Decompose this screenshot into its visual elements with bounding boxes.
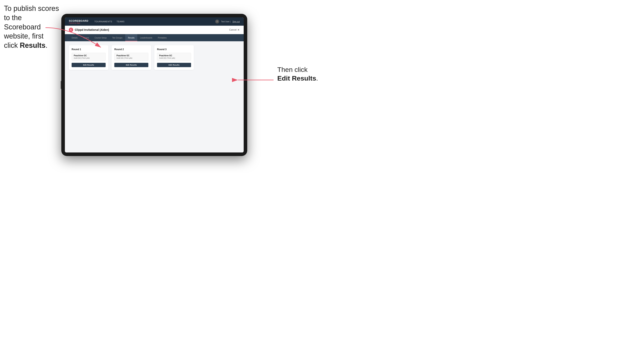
main-content: Round 1 Peachtree GC Gold (M) (7010 yds)… [65,41,244,153]
user-avatar: T [215,19,219,23]
tab-results[interactable]: Results [125,34,137,41]
logo: SCOREBOARD Powered by clippd [69,19,88,24]
tab-tee-groups[interactable]: Tee Groups [110,34,125,41]
round-1-course: Peachtree GC Gold (M) (7010 yds) [72,53,106,61]
sign-out-link[interactable]: Sign out [232,20,240,23]
edit-results-round-2[interactable]: Edit Results [114,63,148,67]
tournament-title-area: C Clippd Invitational (Aiden) [69,28,109,32]
rounds-grid: Round 1 Peachtree GC Gold (M) (7010 yds)… [69,45,240,70]
logo-text: SCOREBOARD [69,19,88,22]
tab-leaderboards[interactable]: Leaderboards [137,34,155,41]
edit-results-round-1[interactable]: Edit Results [72,63,106,67]
tab-bar: Details Teams Course Setup Tee Groups Re… [65,34,244,41]
round-3-course-name: Peachtree GC [159,54,189,57]
edit-results-round-3[interactable]: Edit Results [157,63,191,67]
tab-teams[interactable]: Teams [80,34,92,41]
tournament-header: C Clippd Invitational (Aiden) Cancel ✕ [65,26,244,34]
instruction-right: Then click Edit Results. [277,65,318,83]
user-name: Test User | [221,20,230,23]
round-2-course-name: Peachtree GC [116,54,146,57]
instruction-left: To publish scores to the Scoreboard webs… [4,4,59,50]
tablet-side-button [61,81,62,89]
round-2-course-details: Gold (M) (7010 yds) [116,57,146,59]
logo-sub: Powered by clippd [69,22,88,24]
round-1-card: Round 1 Peachtree GC Gold (M) (7010 yds)… [69,45,108,70]
round-3-title: Round 3 [157,48,191,51]
tablet-screen: SCOREBOARD Powered by clippd TOURNAMENTS… [65,17,244,153]
round-1-title: Round 1 [72,48,106,51]
nav-teams[interactable]: TEAMS [116,19,124,23]
round-3-card: Round 3 Peachtree GC Gold (M) (7010 yds)… [154,45,194,70]
tablet-device: SCOREBOARD Powered by clippd TOURNAMENTS… [61,14,247,156]
round-1-course-name: Peachtree GC [74,54,104,57]
cancel-button[interactable]: Cancel ✕ [229,28,240,31]
round-3-course-details: Gold (M) (7010 yds) [159,57,189,59]
round-2-card: Round 2 Peachtree GC Gold (M) (7010 yds)… [112,45,151,70]
tab-details[interactable]: Details [69,34,80,41]
top-navigation: SCOREBOARD Powered by clippd TOURNAMENTS… [65,17,244,26]
nav-right: T Test User | Sign out [215,19,240,23]
tournament-name: Clippd Invitational (Aiden) [75,28,109,31]
tab-printables[interactable]: Printables [155,34,169,41]
nav-tournaments[interactable]: TOURNAMENTS [94,19,112,23]
round-2-course: Peachtree GC Gold (M) (7010 yds) [114,53,148,61]
nav-links: TOURNAMENTS TEAMS [94,19,215,23]
tournament-icon: C [69,28,73,32]
tab-course-setup[interactable]: Course Setup [92,34,110,41]
round-2-title: Round 2 [114,48,148,51]
round-1-course-details: Gold (M) (7010 yds) [74,57,104,59]
close-icon: ✕ [237,28,240,31]
round-3-course: Peachtree GC Gold (M) (7010 yds) [157,53,191,61]
